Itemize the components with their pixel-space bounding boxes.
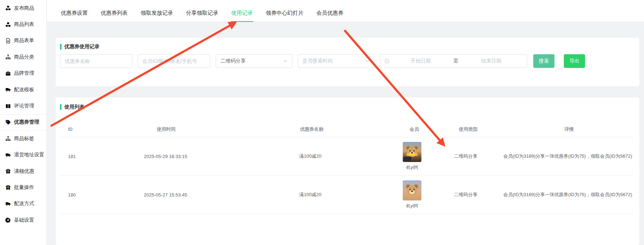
member-search-input[interactable]: [138, 54, 210, 68]
column-header-3: 会员: [398, 126, 430, 133]
end-date-placeholder: 结束日期: [460, 58, 522, 64]
time-search-select[interactable]: 是否搜索时间: [298, 54, 374, 68]
coupon-admin-app: 发布商品 商品列表 商品表单 商品分类 品牌管理 配送模板 评论管理 优惠券管理…: [0, 0, 644, 245]
cubes-icon: [5, 5, 11, 11]
truck-icon: [5, 87, 11, 92]
member-avatar: [403, 142, 421, 162]
table-row: 181 2025-05-29 16:33:15 满100减20 机yi阿 二维码…: [60, 137, 632, 176]
sidebar-item-label: 发布商品: [14, 5, 34, 11]
tab-5[interactable]: 领券中心幻灯片: [265, 6, 304, 22]
briefcase-icon: [5, 71, 11, 76]
usage-table: ID使用时间优惠券名称会员使用类型详情 181 2025-05-29 16:33…: [60, 121, 632, 214]
sidebar-item-1[interactable]: 商品列表: [0, 16, 46, 32]
sidebar-item-7[interactable]: 优惠券管理: [0, 114, 46, 130]
sidebar-item-13[interactable]: 基础设置: [0, 212, 46, 228]
chevron-down-icon: [365, 59, 370, 63]
cell-use-type: 二维码分享: [428, 191, 503, 198]
cell-use-time: 2025-05-27 15:53:45: [106, 192, 224, 198]
truck-icon: [5, 152, 11, 158]
section-title-bar: [60, 44, 61, 50]
cell-use-type: 二维码分享: [428, 153, 503, 160]
usage-list-card: 使用列表 ID使用时间优惠券名称会员使用类型详情 181 2025-05-29 …: [56, 97, 639, 245]
tab-2[interactable]: 领取发放记录: [140, 6, 173, 22]
share-type-select[interactable]: 二维码分享: [216, 54, 292, 68]
tab-6[interactable]: 会员优惠券: [316, 6, 344, 22]
date-to-label: 至: [452, 58, 460, 64]
sidebar-item-6[interactable]: 评论管理: [0, 98, 46, 114]
clock-icon: [384, 59, 389, 64]
coupon-name-input[interactable]: [60, 54, 132, 68]
sidebar-item-label: 配送方式: [14, 200, 34, 207]
tag-icon: [5, 120, 11, 125]
sidebar-item-label: 退货地址设置: [14, 152, 44, 158]
sidebar-item-label: 商品分类: [14, 54, 34, 60]
cell-coupon-name: 满100减20: [224, 153, 396, 160]
tab-0[interactable]: 优惠券设置: [60, 6, 88, 22]
filter-card: 优惠券使用记录 二维码分享 是否搜索时间 开始日期 至 结束日期 搜索 导出: [56, 38, 639, 86]
cell-detail: 会员(ID为3189)分享一张优惠券(ID为75)，领取会员(ID为5672): [503, 191, 632, 198]
tab-4[interactable]: 使用记录: [231, 6, 253, 22]
share-type-select-value: 二维码分享: [220, 58, 246, 64]
sidebar-item-5[interactable]: 配送模板: [0, 82, 46, 98]
sidebar-item-label: 商品标签: [14, 135, 34, 142]
gift-icon: [5, 185, 11, 190]
sidebar-item-label: 商品表单: [14, 37, 34, 44]
sidebar-item-label: 商品列表: [14, 21, 34, 28]
table-section-title-text: 使用列表: [64, 104, 85, 110]
cell-member: 机yi阿: [396, 180, 428, 209]
tab-3[interactable]: 分享领取记录: [186, 6, 219, 22]
cell-member: 机yi阿: [396, 142, 428, 171]
truck-icon: [5, 201, 11, 207]
sidebar-item-9[interactable]: 退货地址设置: [0, 147, 46, 163]
sidebar: 发布商品 商品列表 商品表单 商品分类 品牌管理 配送模板 评论管理 优惠券管理…: [0, 0, 47, 245]
export-button[interactable]: 导出: [564, 54, 585, 68]
sidebar-item-label: 配送模板: [14, 87, 34, 93]
filter-section-title-text: 优惠券使用记录: [64, 43, 100, 50]
sidebar-item-label: 满额优惠: [14, 168, 34, 175]
cell-id: 181: [60, 154, 106, 159]
sitemap-icon: [5, 136, 11, 141]
chevron-down-icon: [283, 59, 288, 63]
book-icon: [5, 103, 11, 109]
sidebar-item-2[interactable]: 商品表单: [0, 33, 46, 49]
member-nickname: 机yi阿: [406, 165, 418, 171]
sidebar-item-12[interactable]: 配送方式: [0, 196, 46, 212]
sidebar-item-11[interactable]: 批量操作: [0, 179, 46, 195]
column-header-0: ID: [60, 126, 107, 132]
sidebar-item-10[interactable]: 满额优惠: [0, 163, 46, 179]
sidebar-item-label: 基础设置: [14, 217, 34, 223]
sidebar-item-3[interactable]: 商品分类: [0, 49, 46, 65]
start-date-placeholder: 开始日期: [389, 58, 452, 64]
sidebar-menu: 发布商品 商品列表 商品表单 商品分类 品牌管理 配送模板 评论管理 优惠券管理…: [0, 0, 46, 228]
section-title-bar: [60, 104, 61, 110]
column-header-2: 优惠券名称: [225, 126, 398, 133]
time-search-select-placeholder: 是否搜索时间: [302, 58, 333, 64]
cell-use-time: 2025-05-29 16:33:15: [106, 154, 224, 159]
member-nickname: 机yi阿: [406, 203, 418, 209]
table-section-title: 使用列表: [60, 104, 632, 110]
date-range-picker[interactable]: 开始日期 至 结束日期: [380, 54, 527, 68]
table-header-row: ID使用时间优惠券名称会员使用类型详情: [60, 121, 632, 137]
column-header-5: 详情: [506, 126, 632, 133]
sidebar-item-label: 品牌管理: [14, 70, 34, 77]
member-avatar: [403, 180, 421, 200]
gift-icon: [5, 168, 11, 174]
sidebar-item-8[interactable]: 商品标签: [0, 130, 46, 147]
table-row: 180 2025-05-27 15:53:45 满100减20 机yi阿 二维码…: [60, 176, 632, 214]
sidebar-item-label: 评论管理: [14, 103, 34, 109]
sidebar-item-label: 批量操作: [14, 184, 34, 191]
tab-1[interactable]: 优惠券列表: [100, 6, 128, 22]
search-button[interactable]: 搜索: [533, 54, 554, 68]
cubes-icon: [5, 22, 11, 27]
table-body: 181 2025-05-29 16:33:15 满100减20 机yi阿 二维码…: [60, 137, 632, 214]
file-icon: [5, 38, 11, 43]
cell-coupon-name: 满100减20: [224, 191, 396, 198]
gear-icon: [5, 217, 11, 223]
filter-row: 二维码分享 是否搜索时间 开始日期 至 结束日期 搜索 导出: [60, 54, 634, 68]
tabs-bar: 优惠券设置 优惠券列表 领取发放记录 分享领取记录 使用记录 领券中心幻灯片 会…: [47, 0, 644, 22]
sidebar-item-0[interactable]: 发布商品: [0, 0, 46, 16]
sidebar-item-label: 优惠券管理: [14, 119, 39, 125]
sidebar-item-4[interactable]: 品牌管理: [0, 65, 46, 82]
sitemap-icon: [5, 54, 11, 60]
cell-id: 180: [60, 192, 106, 198]
